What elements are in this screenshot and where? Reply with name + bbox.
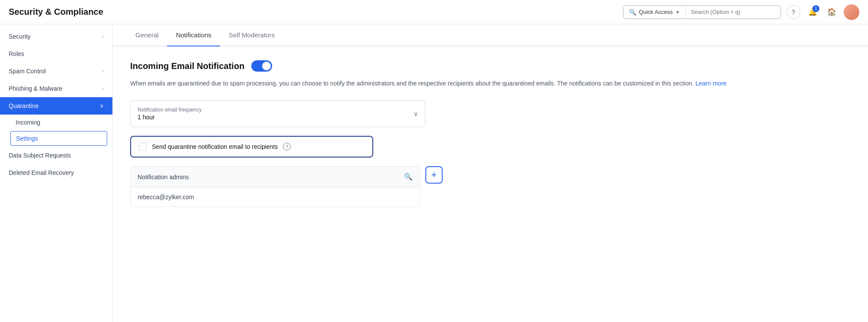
- sidebar: Security › Roles Spam Control › Phishing…: [0, 24, 113, 322]
- sidebar-item-roles[interactable]: Roles: [0, 45, 112, 62]
- select-chevron-icon: ∨: [414, 110, 418, 117]
- notification-badge: 1: [812, 5, 819, 12]
- checkbox-recipients[interactable]: [139, 143, 147, 151]
- sidebar-label-dsr: Data Subject Requests: [9, 152, 71, 159]
- home-button[interactable]: 🏠: [825, 5, 838, 19]
- admins-outer: Notification admins 🔍 rebecca@zylker.com…: [130, 166, 443, 207]
- tab-self-moderators[interactable]: Self Moderators: [220, 24, 283, 46]
- chevron-right-icon-phishing: ›: [102, 85, 104, 92]
- avatar[interactable]: [844, 4, 859, 20]
- section-header: Incoming Email Notification: [130, 60, 851, 72]
- select-inner: Notification email frequency 1 hour: [138, 107, 414, 121]
- section-title: Incoming Email Notification: [130, 61, 244, 71]
- frequency-label: Notification email frequency: [138, 107, 414, 113]
- checkbox-label: Send quarantine notification email to re…: [152, 143, 278, 150]
- plus-icon: +: [431, 169, 437, 181]
- sidebar-label-spam-control: Spam Control: [9, 68, 46, 75]
- sidebar-subitem-settings[interactable]: Settings: [10, 131, 107, 146]
- search-input[interactable]: [691, 9, 775, 15]
- sidebar-subitem-incoming[interactable]: Incoming: [0, 115, 112, 130]
- chevron-right-icon-spam: ›: [102, 68, 104, 74]
- toggle-thumb: [262, 62, 271, 70]
- main-layout: Security › Roles Spam Control › Phishing…: [0, 24, 868, 322]
- tab-notifications[interactable]: Notifications: [167, 24, 220, 46]
- chevron-down-icon-quarantine: ∨: [100, 103, 104, 109]
- learn-more-link[interactable]: Learn more: [695, 80, 727, 87]
- home-icon: 🏠: [827, 7, 836, 16]
- section-description: When emails are quarantined due to spam …: [130, 79, 851, 88]
- help-icon: ?: [792, 8, 795, 16]
- sidebar-item-deleted-email-recovery[interactable]: Deleted Email Recovery: [0, 164, 112, 181]
- frequency-value: 1 hour: [138, 114, 414, 121]
- admins-box: Notification admins 🔍 rebecca@zylker.com: [130, 166, 420, 207]
- add-admin-button[interactable]: +: [425, 166, 443, 184]
- help-circle-icon[interactable]: ?: [283, 143, 291, 151]
- notification-button[interactable]: 🔔 1: [806, 5, 819, 19]
- admin-email: rebecca@zylker.com: [138, 194, 194, 200]
- tab-bar: General Notifications Self Moderators: [113, 24, 868, 46]
- sidebar-item-quarantine[interactable]: Quarantine ∨: [0, 97, 112, 115]
- chevron-right-icon: ›: [102, 33, 104, 39]
- avatar-image: [844, 4, 859, 20]
- frequency-dropdown[interactable]: Notification email frequency 1 hour ∨: [130, 100, 425, 127]
- admins-body: rebecca@zylker.com: [131, 187, 420, 207]
- sidebar-label-phishing-malware: Phishing & Malware: [9, 85, 62, 92]
- header: Security & Compliance 🔍 Quick Access ▼ ?…: [0, 0, 868, 24]
- header-right: 🔍 Quick Access ▼ ? 🔔 1 🏠: [623, 4, 859, 20]
- admins-header-left: Notification admins: [138, 174, 189, 181]
- sidebar-item-phishing-malware[interactable]: Phishing & Malware ›: [0, 80, 112, 97]
- sidebar-label-deleted-email: Deleted Email Recovery: [9, 169, 74, 176]
- content-body: Incoming Email Notification When emails …: [113, 46, 868, 221]
- quick-access-button[interactable]: 🔍 Quick Access ▼: [623, 6, 685, 19]
- quick-access-label: Quick Access: [639, 9, 673, 15]
- sidebar-item-data-subject-requests[interactable]: Data Subject Requests: [0, 147, 112, 164]
- toggle-incoming-email[interactable]: [251, 60, 272, 72]
- sidebar-item-spam-control[interactable]: Spam Control ›: [0, 62, 112, 80]
- toggle-track: [251, 60, 272, 72]
- sidebar-item-security[interactable]: Security ›: [0, 28, 112, 45]
- sidebar-label-quarantine: Quarantine: [9, 102, 39, 109]
- admins-search-icon[interactable]: 🔍: [404, 173, 413, 181]
- admins-title: Notification admins: [138, 174, 189, 181]
- help-button[interactable]: ?: [786, 5, 800, 19]
- search-icon: 🔍: [629, 9, 636, 16]
- checkbox-row-recipients[interactable]: Send quarantine notification email to re…: [130, 136, 373, 158]
- search-wrapper: [685, 6, 781, 19]
- chevron-down-icon: ▼: [675, 10, 680, 15]
- page-title: Security & Compliance: [9, 7, 103, 17]
- content-area: General Notifications Self Moderators In…: [113, 24, 868, 322]
- sidebar-label-security: Security: [9, 33, 31, 40]
- tab-general[interactable]: General: [127, 24, 167, 46]
- admins-header: Notification admins 🔍: [131, 167, 420, 187]
- sidebar-label-roles: Roles: [9, 50, 24, 57]
